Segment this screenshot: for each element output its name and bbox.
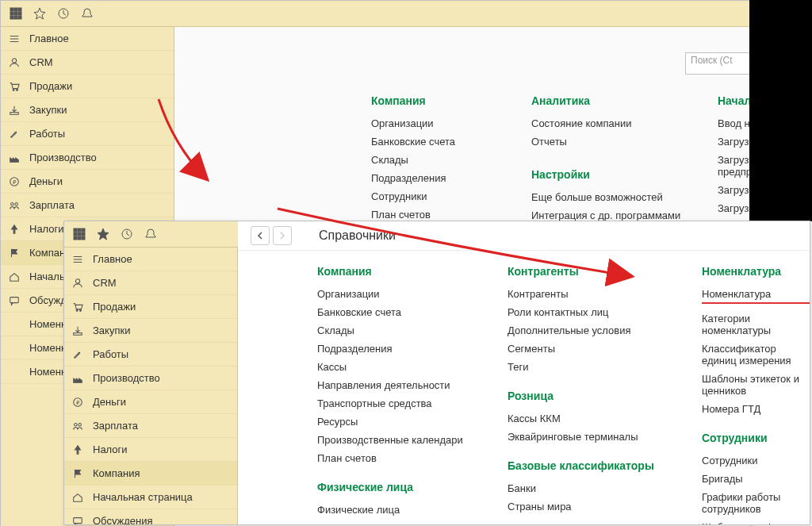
sidebar-item-4[interactable]: Работы	[64, 343, 237, 367]
topbar-2: Справочники	[238, 221, 810, 251]
link-item[interactable]: Контрагенты	[508, 286, 654, 302]
link-item[interactable]: Кассы	[317, 359, 463, 375]
link-item[interactable]: Организации	[317, 286, 463, 302]
home-icon	[71, 490, 85, 505]
link-item[interactable]: Транспортные средства	[317, 395, 463, 412]
link-item[interactable]: Роли контактных лиц	[508, 304, 654, 321]
crm-icon	[7, 56, 21, 70]
link-item[interactable]: Эквайринговые терминалы	[508, 428, 654, 445]
link-item[interactable]: Сотрудники	[702, 452, 810, 469]
svg-rect-6	[10, 16, 13, 19]
link-item[interactable]: Кассы ККМ	[508, 410, 654, 427]
link-item[interactable]: Категории номенклатуры	[702, 310, 810, 339]
sidebar-item-11[interactable]: Обсуждения	[64, 509, 237, 524]
link-item[interactable]: План счетов	[317, 450, 463, 466]
svg-rect-38	[74, 332, 82, 335]
link-item[interactable]: Загрузка данных из УТ 10.3	[718, 133, 750, 150]
link-item[interactable]: Физические лица	[317, 501, 463, 518]
heading-contractors: Контрагенты	[508, 265, 654, 278]
in-icon	[71, 324, 85, 338]
link-item[interactable]: Бригады	[702, 470, 810, 487]
sidebar-item-6[interactable]: ₽Деньги	[1, 170, 174, 194]
sidebar-item-4[interactable]: Работы	[1, 122, 174, 146]
link-nomenclature-main[interactable]: Номенклатура	[702, 286, 810, 304]
link-item[interactable]: Банковские счета	[371, 133, 514, 150]
sidebar-item-0[interactable]: Главное	[1, 27, 174, 51]
chat-icon	[7, 294, 21, 308]
link-item[interactable]: Классификатор единиц измерения	[702, 340, 810, 369]
flag-icon	[7, 246, 21, 260]
link-item[interactable]: Страны мира	[508, 498, 654, 515]
menu-icon	[7, 32, 21, 46]
sidebar-item-1[interactable]: CRM	[1, 51, 174, 75]
link-item[interactable]: Состояние компании	[531, 115, 706, 132]
bell-icon[interactable]	[142, 225, 159, 243]
link-item[interactable]: Банковские счета	[317, 304, 463, 321]
grid-icon[interactable]	[71, 225, 88, 243]
heading-employees: Сотрудники	[702, 432, 810, 444]
sidebar-item-1[interactable]: CRM	[64, 271, 237, 295]
link-item[interactable]: Склады	[371, 152, 514, 168]
sidebar-label: Продажи	[93, 301, 136, 313]
sidebar-item-5[interactable]: Производство	[64, 367, 237, 390]
svg-rect-3	[10, 12, 13, 15]
sidebar-item-0[interactable]: Главное	[64, 248, 237, 271]
sidebar-item-7[interactable]: Зарплата	[64, 414, 237, 438]
history-icon[interactable]	[118, 225, 136, 243]
svg-rect-25	[74, 232, 77, 236]
link-item[interactable]: Теги	[508, 359, 654, 375]
link-item[interactable]: Подразделения	[371, 170, 514, 186]
svg-rect-4	[14, 12, 17, 15]
grid-icon[interactable]	[7, 5, 25, 22]
link-item[interactable]: Подписи физических лиц	[317, 520, 463, 524]
sidebar-item-7[interactable]: Зарплата	[1, 194, 174, 217]
sidebar-item-2[interactable]: Продажи	[1, 75, 174, 98]
link-item[interactable]: Дополнительные условия	[508, 322, 654, 339]
link-item[interactable]: Производственные календари	[317, 432, 463, 448]
link-item[interactable]: Сегменты	[508, 340, 654, 357]
sidebar-item-3[interactable]: Закупки	[64, 319, 237, 343]
sidebar-item-9[interactable]: Компания	[64, 462, 237, 486]
link-item[interactable]: Номера ГТД	[702, 401, 810, 417]
sidebar-item-2[interactable]: Продажи	[64, 295, 237, 319]
link-item[interactable]: Графики работы сотрудников	[702, 489, 810, 517]
link-item[interactable]: Шаблоны этикеток и ценников	[702, 371, 810, 399]
col2-company: Компания ОрганизацииБанковские счетаСкла…	[317, 265, 463, 524]
search-input[interactable]: Поиск (Ct	[685, 52, 750, 75]
sidebar-label: Закупки	[29, 104, 67, 116]
group-nomenclature: Категории номенклатурыКлассификатор един…	[702, 310, 810, 417]
heading-initial: Начальные остатки	[718, 94, 750, 107]
link-item[interactable]: Ввод начальных остатков	[718, 115, 750, 132]
link-item[interactable]: Ресурсы	[317, 413, 463, 430]
sidebar-item-6[interactable]: ₽Деньги	[64, 390, 237, 414]
bell-icon[interactable]	[79, 5, 96, 22]
link-item[interactable]: Отчеты	[531, 133, 706, 150]
link-item[interactable]: Шаблоны графиков работы	[702, 519, 810, 524]
sidebar-item-3[interactable]: Закупки	[1, 98, 174, 122]
svg-rect-28	[74, 236, 77, 240]
link-item[interactable]: Направления деятельности	[317, 377, 463, 394]
sidebar-item-10[interactable]: Начальная страница	[64, 486, 237, 509]
sidebar-item-5[interactable]: Производство	[1, 146, 174, 170]
menu-icon	[71, 252, 85, 267]
link-item[interactable]: Склады	[317, 322, 463, 339]
link-item[interactable]: Еще больше возможностей	[531, 189, 706, 205]
history-icon[interactable]	[55, 5, 72, 22]
forward-button[interactable]	[273, 226, 292, 245]
link-item[interactable]: Загрузка данных из 1С:Отчетность предпри…	[718, 152, 750, 180]
link-item[interactable]: Банки	[508, 480, 654, 497]
link-item[interactable]: Загрузка данных из внешнего источника	[718, 182, 750, 198]
link-item[interactable]: Организации	[371, 115, 514, 132]
link-item[interactable]: Подразделения	[317, 340, 463, 357]
sidebar-label: Производство	[93, 372, 160, 384]
back-button[interactable]	[251, 226, 270, 245]
sidebar-item-8[interactable]: Налоги	[64, 438, 237, 462]
svg-point-36	[76, 309, 78, 311]
wrench-icon	[71, 347, 85, 362]
none-icon	[7, 317, 21, 332]
star-icon[interactable]	[31, 5, 48, 22]
link-item[interactable]: Сотрудники	[371, 188, 514, 205]
link-item[interactable]: Загрузить данные с сайта	[718, 200, 750, 217]
star-icon[interactable]	[94, 225, 112, 243]
svg-point-19	[11, 202, 14, 205]
